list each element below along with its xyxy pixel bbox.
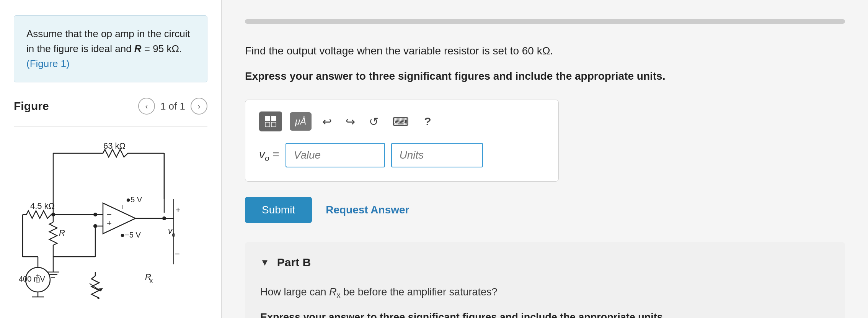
- problem-R: R: [134, 43, 142, 54]
- prev-figure-button[interactable]: ‹: [138, 98, 155, 115]
- svg-text:−: −: [107, 210, 112, 219]
- request-answer-link[interactable]: Request Answer: [326, 204, 409, 216]
- omega-symbol: Ω: [542, 45, 550, 57]
- svg-text:400 mV: 400 mV: [19, 275, 46, 283]
- help-button[interactable]: ?: [419, 113, 436, 129]
- rx-var: Rx: [329, 286, 341, 298]
- part-b-header: ▼ Part B: [260, 256, 830, 269]
- refresh-icon: ↺: [369, 115, 379, 128]
- svg-text:x: x: [150, 277, 153, 284]
- circuit-diagram: 63 kΩ 4.5 kΩ R: [14, 138, 207, 299]
- matrix-button[interactable]: [259, 111, 282, 131]
- help-icon: ?: [424, 115, 431, 128]
- redo-icon: ↪: [346, 115, 355, 128]
- symbol-label: μÅ: [295, 116, 306, 127]
- next-figure-button[interactable]: ›: [191, 98, 207, 115]
- part-b-title: Part B: [277, 256, 311, 269]
- question-bold: Express your answer to three significant…: [245, 68, 845, 84]
- answer-container: μÅ ↩ ↪ ↺ ⌨ ? vo =: [245, 100, 559, 182]
- svg-text:+: +: [176, 205, 181, 215]
- figure-link[interactable]: (Figure 1): [26, 58, 70, 69]
- svg-rect-57: [265, 116, 270, 121]
- svg-text:R: R: [59, 228, 65, 238]
- figure-page: 1 of 1: [160, 100, 185, 112]
- keyboard-icon: ⌨: [392, 115, 409, 128]
- problem-statement: Assume that the op amp in the circuit in…: [14, 15, 207, 82]
- part-b-question: How large can Rx be before the amplifier…: [260, 284, 830, 301]
- progress-bar-area: [245, 19, 845, 24]
- figure-header: Figure ‹ 1 of 1 ›: [14, 98, 207, 115]
- undo-button[interactable]: ↩: [319, 113, 335, 130]
- units-input[interactable]: [391, 143, 483, 167]
- left-panel: Assume that the op amp in the circuit in…: [0, 0, 222, 318]
- svg-text:63 kΩ: 63 kΩ: [103, 141, 126, 151]
- svg-rect-59: [265, 122, 270, 127]
- action-row: Submit Request Answer: [245, 197, 845, 223]
- svg-text:−: −: [175, 249, 180, 259]
- question-text: Find the output voltage when the variabl…: [245, 43, 845, 59]
- svg-text:●5 V: ●5 V: [126, 195, 142, 204]
- circuit-svg: 63 kΩ 4.5 kΩ R: [15, 138, 206, 299]
- progress-bar-fill: [245, 19, 845, 24]
- submit-button[interactable]: Submit: [245, 197, 312, 223]
- toolbar: μÅ ↩ ↪ ↺ ⌨ ?: [259, 111, 545, 131]
- keyboard-button[interactable]: ⌨: [389, 113, 412, 130]
- undo-icon: ↩: [322, 115, 332, 128]
- svg-text:4.5 kΩ: 4.5 kΩ: [30, 201, 55, 211]
- part-b-toggle[interactable]: ▼: [260, 257, 269, 268]
- figure-divider: [14, 126, 207, 126]
- value-input[interactable]: [286, 143, 385, 167]
- symbol-button[interactable]: μÅ: [290, 112, 312, 131]
- answer-row: vo =: [259, 143, 545, 167]
- svg-text:+: +: [107, 218, 112, 228]
- matrix-icon: [264, 115, 277, 128]
- refresh-button[interactable]: ↺: [366, 113, 382, 130]
- figure-title: Figure: [14, 100, 49, 113]
- part-b-section: ▼ Part B How large can Rx be before the …: [245, 242, 845, 318]
- problem-value: = 95 kΩ.: [142, 43, 182, 54]
- svg-text:●−5 V: ●−5 V: [120, 231, 141, 239]
- svg-rect-58: [271, 116, 276, 121]
- part-b-bold: Express your answer to three significant…: [260, 310, 830, 318]
- svg-rect-60: [271, 122, 276, 127]
- answer-label: vo =: [259, 148, 279, 163]
- figure-nav-area: ‹ 1 of 1 ›: [138, 98, 207, 115]
- right-panel: Find the output voltage when the variabl…: [222, 0, 868, 318]
- redo-button[interactable]: ↪: [343, 113, 358, 130]
